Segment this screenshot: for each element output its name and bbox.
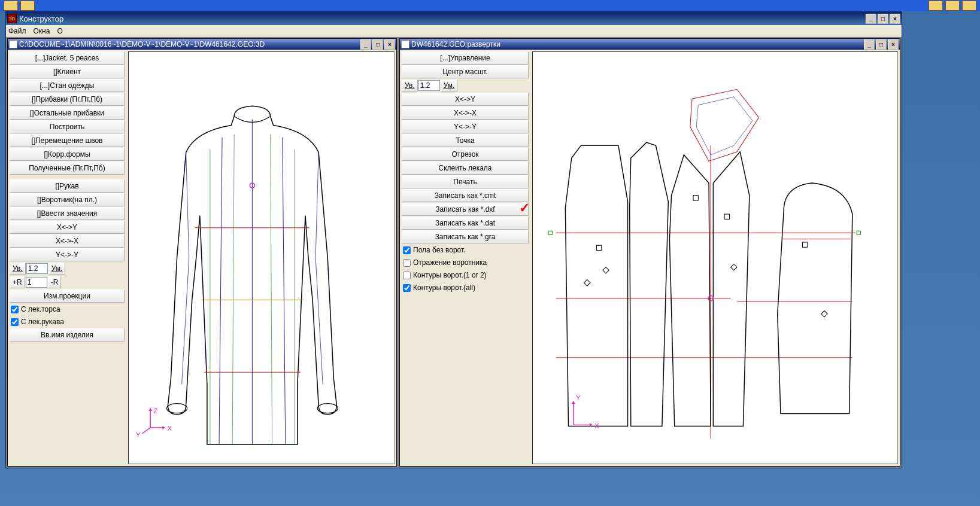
check-collar-reflect-box[interactable] <box>403 259 411 267</box>
menu-file[interactable]: Файл <box>8 27 26 35</box>
svg-line-4 <box>271 135 272 445</box>
svg-marker-16 <box>148 409 152 411</box>
garment-3d-svg: X Y Z <box>129 52 394 464</box>
zoom-in-button[interactable]: Ув. <box>10 263 26 275</box>
btn-save-cmt[interactable]: Записать как *.cmt <box>402 189 529 202</box>
main-titlebar[interactable]: 3D Конструктор _ □ × <box>6 12 902 25</box>
check-collar-reflect[interactable]: Отражение воротника <box>402 257 529 269</box>
btn-center-scale[interactable]: Центр масшт. <box>402 65 529 78</box>
btn-save-gra[interactable]: Записать как *.gra <box>402 230 529 243</box>
btn-print[interactable]: Печать <box>402 175 529 188</box>
tray-icon[interactable] <box>929 1 943 11</box>
btn-collar[interactable]: []Воротник(на пл.) <box>10 193 125 206</box>
zoom-in-button[interactable]: Ув. <box>402 80 418 92</box>
btn-enter-values[interactable]: []Ввести значения <box>10 207 125 220</box>
check-sleeve[interactable]: С лек.рукава <box>10 316 125 328</box>
zoom-out-button[interactable]: Ум. <box>441 80 458 92</box>
zoom-value-input[interactable] <box>26 263 48 274</box>
doc-icon <box>9 40 17 48</box>
close-button[interactable]: × <box>888 39 899 50</box>
svg-text:X: X <box>167 425 172 432</box>
close-button[interactable]: × <box>890 14 900 24</box>
check-collar-1or2[interactable]: Контуры ворот.(1 or 2) <box>402 269 529 281</box>
svg-text:Z: Z <box>153 407 157 414</box>
btn-allowances[interactable]: []Прибавки (Пг,Пт,Пб) <box>10 93 125 106</box>
btn-merge-patterns[interactable]: Склеить лекала <box>402 161 529 175</box>
tray-icon[interactable] <box>945 1 960 11</box>
svg-rect-33 <box>857 231 860 234</box>
canvas-flat[interactable]: X Y <box>532 51 898 464</box>
minimize-button[interactable]: _ <box>864 39 875 50</box>
btn-enter-name[interactable]: Вв.имя изделия <box>10 328 125 342</box>
check-collar-all[interactable]: Контуры ворот.(all) <box>402 282 529 294</box>
annotation-arrow-icon: ✓ <box>519 200 530 216</box>
menu-about[interactable]: О <box>57 27 62 35</box>
svg-rect-32 <box>548 231 552 234</box>
btn-garment[interactable]: [...]Стан одежды <box>10 79 125 92</box>
check-collar-1or2-box[interactable] <box>403 272 411 279</box>
menubar: Файл Окна О <box>6 25 902 37</box>
app-icon: 3D <box>7 14 17 23</box>
minimize-button[interactable]: _ <box>360 39 371 50</box>
btn-save-dxf[interactable]: Записать как *.dxf <box>402 203 529 216</box>
btn-manage[interactable]: [...]Управление <box>402 51 529 65</box>
check-torso-label: С лек.торса <box>21 305 60 313</box>
tray-icon[interactable] <box>20 1 35 11</box>
svg-text:X: X <box>594 422 599 429</box>
check-collar-all-label: Контуры ворот.(all) <box>413 284 475 292</box>
svg-rect-29 <box>724 214 729 219</box>
btn-point[interactable]: Точка <box>402 134 529 147</box>
svg-line-3 <box>232 135 234 445</box>
svg-line-17 <box>142 428 150 434</box>
check-torso[interactable]: С лек.торса <box>10 303 125 315</box>
maximize-button[interactable]: □ <box>372 39 383 50</box>
btn-save-dat[interactable]: Записать как *.dat <box>402 217 529 230</box>
window-flat-title: DW461642.GEO:развертки <box>411 40 864 48</box>
svg-point-11 <box>166 404 187 413</box>
tray-icon[interactable] <box>4 1 18 11</box>
plus-r-button[interactable]: +R <box>10 276 25 288</box>
btn-swap-yy[interactable]: Y<->-Y <box>402 120 529 133</box>
btn-swap-xx[interactable]: X<->-X <box>10 234 125 248</box>
btn-move-seams[interactable]: []Перемещение швов <box>10 134 125 147</box>
svg-rect-30 <box>802 242 807 247</box>
zoom-value-input[interactable] <box>418 80 440 91</box>
svg-marker-37 <box>572 401 575 404</box>
window-flat: DW461642.GEO:развертки _ □ × [...]Управл… <box>399 38 900 467</box>
taskbar <box>0 0 980 11</box>
close-button[interactable]: × <box>384 39 395 50</box>
btn-sleeve[interactable]: []Рукав <box>10 179 125 193</box>
maximize-button[interactable]: □ <box>876 39 887 50</box>
window-flat-titlebar[interactable]: DW461642.GEO:развертки _ □ × <box>400 39 900 50</box>
btn-segment[interactable]: Отрезок <box>402 148 529 161</box>
btn-change-projection[interactable]: Изм.проекции <box>10 289 125 303</box>
check-sleeve-box[interactable] <box>11 318 19 326</box>
btn-obtained[interactable]: Полученные (Пг,Пт,Пб) <box>10 161 125 175</box>
btn-swap-xy[interactable]: X<->Y <box>402 93 529 106</box>
btn-swap-xx[interactable]: X<->-X <box>402 106 529 120</box>
btn-swap-yy[interactable]: Y<->-Y <box>10 248 125 261</box>
check-collar-all-box[interactable] <box>403 284 411 292</box>
canvas-3d[interactable]: X Y Z <box>128 51 395 464</box>
zoom-out-button[interactable]: Ум. <box>48 263 66 275</box>
check-sleeve-label: С лек.рукава <box>21 318 64 326</box>
check-torso-box[interactable] <box>11 306 19 313</box>
svg-rect-28 <box>693 196 698 200</box>
check-no-collar[interactable]: Пола без ворот. <box>402 244 529 256</box>
btn-client[interactable]: []Клиент <box>10 65 125 78</box>
r-value-input[interactable] <box>26 277 47 288</box>
btn-swap-xy[interactable]: X<->Y <box>10 221 125 234</box>
btn-build[interactable]: Построить <box>10 120 125 133</box>
check-no-collar-box[interactable] <box>403 246 411 254</box>
svg-point-12 <box>317 404 338 413</box>
btn-corr-form[interactable]: []Корр.формы <box>10 148 125 161</box>
check-collar-reflect-label: Отражение воротника <box>413 258 487 267</box>
menu-windows[interactable]: Окна <box>34 27 50 35</box>
btn-jacket[interactable]: [...]Jacket. 5 peaces <box>10 51 125 65</box>
minimize-button[interactable]: _ <box>866 14 876 24</box>
btn-other-allow[interactable]: []Остальные прибавки <box>10 106 125 120</box>
window-3d-titlebar[interactable]: C:\DOCUME~1\ADMIN\0016~1\DEMO-V~1\DEMO-V… <box>8 39 396 50</box>
minus-r-button[interactable]: -R <box>48 276 62 288</box>
tray-icon[interactable] <box>962 1 976 11</box>
maximize-button[interactable]: □ <box>878 14 888 24</box>
